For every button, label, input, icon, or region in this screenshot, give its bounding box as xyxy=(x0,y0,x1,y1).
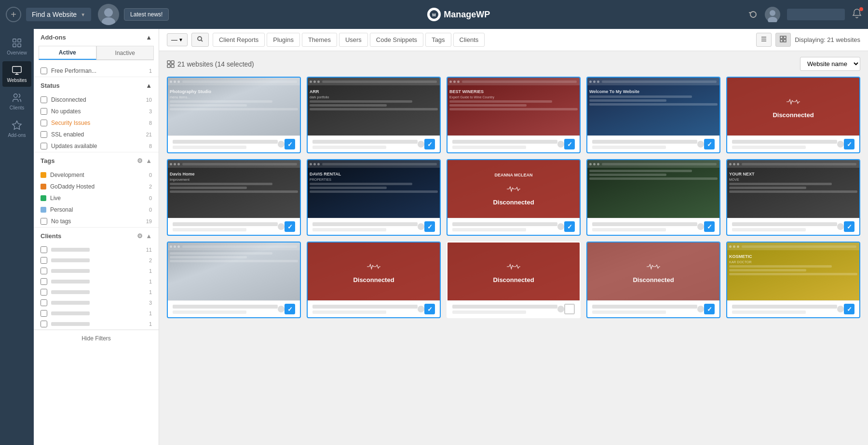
site-select-checkbox[interactable] xyxy=(424,221,435,232)
status-filter-item: No updates 3 xyxy=(34,106,159,117)
sort-select[interactable]: Website name xyxy=(800,57,860,71)
client-checkbox[interactable] xyxy=(41,246,47,253)
toolbar-tab-client-reports[interactable]: Client Reports xyxy=(213,33,265,47)
client-checkbox[interactable] xyxy=(41,268,47,274)
site-select-checkbox[interactable] xyxy=(285,139,295,149)
site-thumbnail xyxy=(168,243,300,300)
website-card[interactable]: Disconnected xyxy=(447,242,581,318)
site-url xyxy=(173,310,246,314)
status-checkbox[interactable] xyxy=(41,131,47,138)
site-select-checkbox[interactable] xyxy=(564,221,575,232)
svg-point-12 xyxy=(198,37,202,40)
tag-checkbox[interactable] xyxy=(41,218,47,225)
find-website-button[interactable]: Find a Website ▼ xyxy=(26,8,91,21)
website-card[interactable]: YOUR NEXT MOVE xyxy=(726,159,860,236)
website-card[interactable]: Disconnected xyxy=(726,77,860,153)
addons-section-header[interactable]: Add-ons ▲ xyxy=(34,29,159,46)
find-website-label: Find a Website xyxy=(32,11,77,18)
site-select-checkbox[interactable] xyxy=(704,221,715,232)
performance-checkbox[interactable] xyxy=(41,67,47,74)
disconnected-overlay: Disconnected xyxy=(587,243,719,300)
tag-filter-item: GoDaddy Hosted 2 xyxy=(34,181,159,192)
toolbar-tab-plugins[interactable]: Plugins xyxy=(267,33,300,47)
clients-section-header[interactable]: Clients ⚙ ▲ xyxy=(34,228,159,244)
status-checkbox[interactable] xyxy=(41,143,47,149)
client-checkbox[interactable] xyxy=(41,299,47,306)
status-checkbox[interactable] xyxy=(41,96,47,103)
site-select-checkbox[interactable] xyxy=(424,139,435,149)
client-checkbox[interactable] xyxy=(41,310,47,317)
toolbar-tab-clients[interactable]: Clients xyxy=(453,33,485,47)
tags-section-header[interactable]: Tags ⚙ ▲ xyxy=(34,152,159,169)
toolbar-tab-tags[interactable]: Tags xyxy=(425,33,451,47)
site-select-checkbox[interactable] xyxy=(844,304,854,314)
toolbar-tab-users[interactable]: Users xyxy=(339,33,368,47)
grid-view-button[interactable] xyxy=(775,33,791,47)
inactive-tab[interactable]: Inactive xyxy=(96,46,154,60)
refresh-button[interactable] xyxy=(748,10,758,19)
site-card-footer xyxy=(448,218,580,235)
site-url xyxy=(312,310,386,314)
search-button[interactable] xyxy=(191,33,209,47)
sidebar-item-addons[interactable]: Add-ons xyxy=(2,116,31,142)
site-name-block xyxy=(452,305,557,314)
disconnected-overlay: DEANNA MCLEAN Disconnected xyxy=(448,160,580,218)
client-checkbox[interactable] xyxy=(41,257,47,264)
site-select-checkbox[interactable] xyxy=(844,221,854,232)
active-tab[interactable]: Active xyxy=(39,46,96,60)
status-section-header[interactable]: Status ▲ xyxy=(34,77,159,94)
site-thumbnail: Disconnected xyxy=(727,78,859,135)
hide-filters-button[interactable]: Hide Filters xyxy=(34,330,159,347)
websites-grid: Photography Studio menu items... xyxy=(167,77,860,318)
settings-clients-icon[interactable]: ⚙ xyxy=(137,232,143,240)
site-icons xyxy=(557,306,564,312)
site-select-checkbox[interactable] xyxy=(564,304,575,314)
site-select-checkbox[interactable] xyxy=(704,304,715,314)
site-status-icon xyxy=(837,141,844,148)
site-name-block xyxy=(592,140,697,149)
website-card[interactable]: Disconnected xyxy=(307,242,441,318)
site-status-icon xyxy=(557,223,564,230)
bulk-action-button[interactable]: — ▼ xyxy=(167,33,188,46)
website-card[interactable]: DEANNA MCLEAN Disconnected xyxy=(447,159,581,236)
add-button[interactable]: + xyxy=(6,7,21,22)
status-checkbox[interactable] xyxy=(41,120,47,126)
website-card[interactable]: KOSMETIC KAR DOCTOR xyxy=(726,242,860,318)
toolbar-right: Displaying: 21 websites xyxy=(756,33,860,47)
latest-news-button[interactable]: Latest news! xyxy=(124,8,169,21)
website-card[interactable]: Photography Studio menu items... xyxy=(167,77,301,153)
sidebar-item-clients[interactable]: Clients xyxy=(2,89,31,114)
website-card[interactable]: Disconnected xyxy=(586,242,720,318)
user-avatar[interactable] xyxy=(765,7,780,22)
status-checkbox[interactable] xyxy=(41,108,47,115)
website-card[interactable]: Davis Home Improvement xyxy=(167,159,301,236)
chevron-down-icon: ▼ xyxy=(81,12,85,17)
toolbar-tab-code-snippets[interactable]: Code Snippets xyxy=(370,33,423,47)
site-select-checkbox[interactable] xyxy=(285,221,295,232)
client-checkbox[interactable] xyxy=(41,278,47,285)
website-card[interactable] xyxy=(586,159,720,236)
website-card[interactable]: ARR dark portfolio xyxy=(307,77,441,153)
site-select-checkbox[interactable] xyxy=(285,304,295,314)
settings-icon[interactable]: ⚙ xyxy=(137,157,143,164)
toolbar-tab-themes[interactable]: Themes xyxy=(302,33,337,47)
top-nav-right xyxy=(748,7,862,22)
list-view-button[interactable] xyxy=(756,33,772,47)
site-select-checkbox[interactable] xyxy=(704,139,715,149)
website-card[interactable] xyxy=(167,242,301,318)
site-name xyxy=(312,140,418,144)
website-card[interactable]: Welcome To My Website xyxy=(586,77,720,153)
site-icons xyxy=(557,141,564,148)
website-card[interactable]: DAVIS RENTAL PROPERTIES xyxy=(307,159,441,236)
bell-button[interactable] xyxy=(852,8,862,21)
website-card[interactable]: BEST WINERIES Expert Guide to Wine Count… xyxy=(447,77,581,153)
site-select-checkbox[interactable] xyxy=(424,304,435,314)
site-select-checkbox[interactable] xyxy=(564,139,575,149)
site-select-checkbox[interactable] xyxy=(844,139,854,149)
icon-sidebar: Overview Websites Clients Add-ons xyxy=(0,29,34,445)
sidebar-item-websites[interactable]: Websites xyxy=(2,61,31,87)
client-checkbox[interactable] xyxy=(41,289,47,296)
client-checkbox[interactable] xyxy=(41,321,47,327)
sidebar-item-overview[interactable]: Overview xyxy=(2,34,31,59)
disconnected-overlay: Disconnected xyxy=(448,243,580,300)
